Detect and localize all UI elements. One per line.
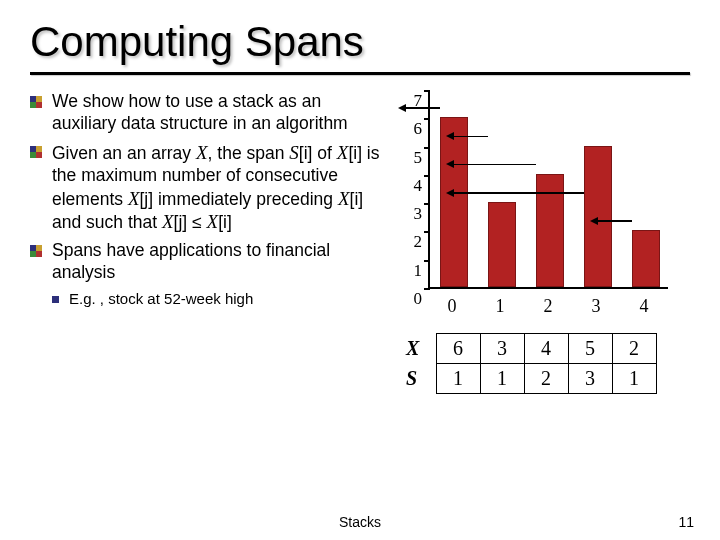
table-cell: 1 — [480, 364, 524, 394]
y-tick — [424, 288, 430, 290]
span-arrow — [453, 136, 488, 138]
y-tick-label: 3 — [406, 204, 422, 224]
table-cell: 1 — [436, 364, 480, 394]
y-tick-label: 0 — [406, 289, 422, 309]
slide-title: Computing Spans — [0, 0, 720, 66]
bar — [488, 202, 516, 287]
x-tick-label: 1 — [496, 296, 505, 317]
table-cell: 6 — [436, 334, 480, 364]
y-tick-label: 4 — [406, 176, 422, 196]
footer-page-number: 11 — [678, 514, 694, 530]
row-header: S — [406, 364, 436, 394]
y-tick — [424, 147, 430, 149]
bullet-text: We show how to use a stack as an auxilia… — [52, 91, 380, 135]
x-tick-label: 4 — [640, 296, 649, 317]
bar-chart: 0123456701234 — [398, 91, 678, 321]
chart-and-table: 0123456701234 X 6 3 4 5 2 S 1 1 2 3 1 — [380, 91, 700, 394]
diamond-icon — [30, 146, 44, 160]
diamond-icon — [30, 96, 44, 110]
bullet-text: Spans have applications to financial ana… — [52, 240, 380, 284]
span-arrow — [453, 164, 536, 166]
square-icon — [52, 296, 59, 303]
bullet-item: We show how to use a stack as an auxilia… — [30, 91, 380, 135]
footer-center: Stacks — [0, 514, 720, 530]
data-table: X 6 3 4 5 2 S 1 1 2 3 1 — [406, 333, 657, 394]
bar — [440, 117, 468, 287]
y-tick-label: 6 — [406, 119, 422, 139]
bar — [584, 146, 612, 287]
y-tick-label: 2 — [406, 232, 422, 252]
table-cell: 1 — [612, 364, 656, 394]
sub-bullet-item: E.g. , stock at 52-week high — [52, 290, 380, 309]
table-cell: 3 — [480, 334, 524, 364]
bullet-item: Given an an array X, the span S[i] of X[… — [30, 141, 380, 235]
span-arrow — [453, 192, 584, 194]
x-tick-label: 0 — [448, 296, 457, 317]
y-tick — [424, 260, 430, 262]
y-tick — [424, 203, 430, 205]
bullet-list: We show how to use a stack as an auxilia… — [30, 91, 380, 394]
table-cell: 5 — [568, 334, 612, 364]
plot-area — [428, 91, 668, 289]
sub-bullet-text: E.g. , stock at 52-week high — [69, 290, 253, 309]
table-cell: 4 — [524, 334, 568, 364]
bar — [536, 174, 564, 287]
table-cell: 2 — [524, 364, 568, 394]
span-arrow — [597, 220, 632, 222]
x-tick-label: 2 — [544, 296, 553, 317]
bullet-text: Given an an array X, the span S[i] of X[… — [52, 141, 380, 235]
y-tick-label: 5 — [406, 148, 422, 168]
table-cell: 2 — [612, 334, 656, 364]
y-tick — [424, 118, 430, 120]
y-tick — [424, 175, 430, 177]
bullet-item: Spans have applications to financial ana… — [30, 240, 380, 284]
row-header: X — [406, 334, 436, 364]
table-row: S 1 1 2 3 1 — [406, 364, 656, 394]
content-row: We show how to use a stack as an auxilia… — [0, 75, 720, 394]
y-tick — [424, 231, 430, 233]
table-cell: 3 — [568, 364, 612, 394]
x-tick-label: 3 — [592, 296, 601, 317]
y-tick-label: 1 — [406, 261, 422, 281]
bar — [632, 230, 660, 287]
diamond-icon — [30, 245, 44, 259]
y-tick-label: 7 — [406, 91, 422, 111]
table-row: X 6 3 4 5 2 — [406, 334, 656, 364]
y-tick — [424, 90, 430, 92]
